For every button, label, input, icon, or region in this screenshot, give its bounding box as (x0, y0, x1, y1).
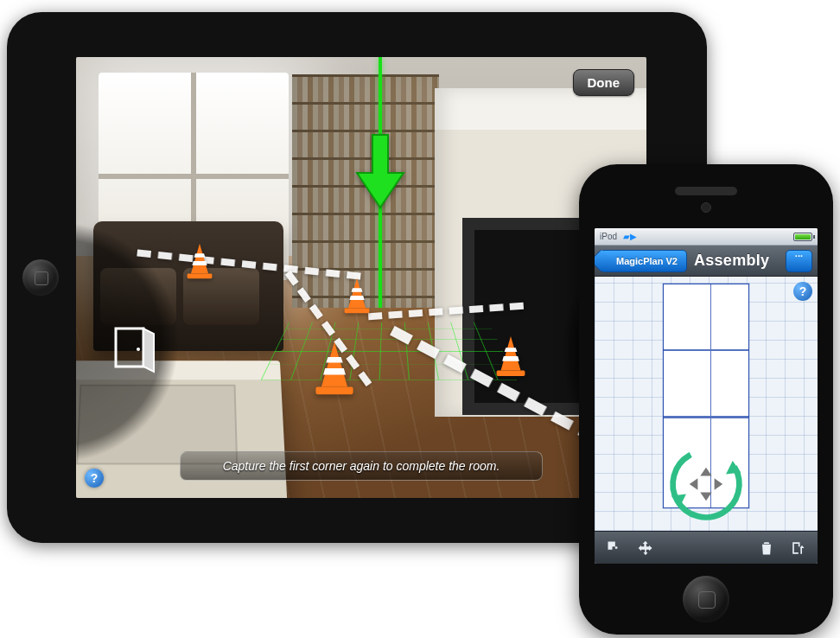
back-button[interactable]: MagicPlan V2 (600, 250, 687, 272)
nav-right-button[interactable]: ··· (786, 250, 812, 272)
help-button[interactable]: ? (85, 469, 104, 488)
iphone-home-button[interactable] (683, 576, 729, 622)
svg-rect-3 (497, 370, 525, 376)
iphone-device: iPod ▰▶ MagicPlan V2 Assembly ··· ? (579, 164, 833, 635)
ipad-home-button[interactable] (22, 259, 59, 296)
svg-rect-5 (116, 329, 143, 367)
traffic-cone-icon (185, 242, 213, 279)
svg-rect-2 (315, 387, 353, 395)
down-arrow-icon (352, 131, 409, 211)
iphone-screen: iPod ▰▶ MagicPlan V2 Assembly ··· ? (595, 228, 818, 564)
done-button[interactable]: Done (573, 69, 635, 96)
export-button[interactable] (785, 536, 811, 560)
wifi-icon: ▰▶ (623, 232, 637, 241)
floorplan-canvas[interactable]: ? (595, 277, 818, 531)
move-button[interactable] (633, 536, 659, 560)
delete-button[interactable] (754, 536, 780, 560)
nav-title: Assembly (694, 252, 779, 270)
rotate-handle-icon[interactable] (665, 443, 748, 526)
traffic-cone-icon (313, 341, 356, 397)
ipad-screen: Done ? Capture the first corner again to… (76, 57, 646, 498)
door-icon[interactable] (112, 325, 156, 373)
add-room-button[interactable] (601, 536, 627, 560)
iphone-camera (701, 202, 711, 213)
status-bar: iPod ▰▶ (595, 228, 818, 246)
iphone-speaker (675, 187, 737, 195)
device-label: iPod (600, 232, 617, 241)
help-button[interactable]: ? (793, 282, 812, 301)
instruction-banner: Capture the first corner again to comple… (180, 451, 543, 481)
svg-point-7 (665, 443, 748, 526)
svg-rect-0 (188, 273, 213, 278)
traffic-cone-icon (494, 335, 527, 377)
traffic-cone-icon (342, 277, 371, 314)
svg-point-6 (137, 348, 140, 351)
svg-rect-1 (345, 308, 370, 313)
nav-bar: MagicPlan V2 Assembly ··· (595, 246, 818, 277)
toolbar (595, 531, 818, 564)
battery-icon (793, 233, 812, 241)
